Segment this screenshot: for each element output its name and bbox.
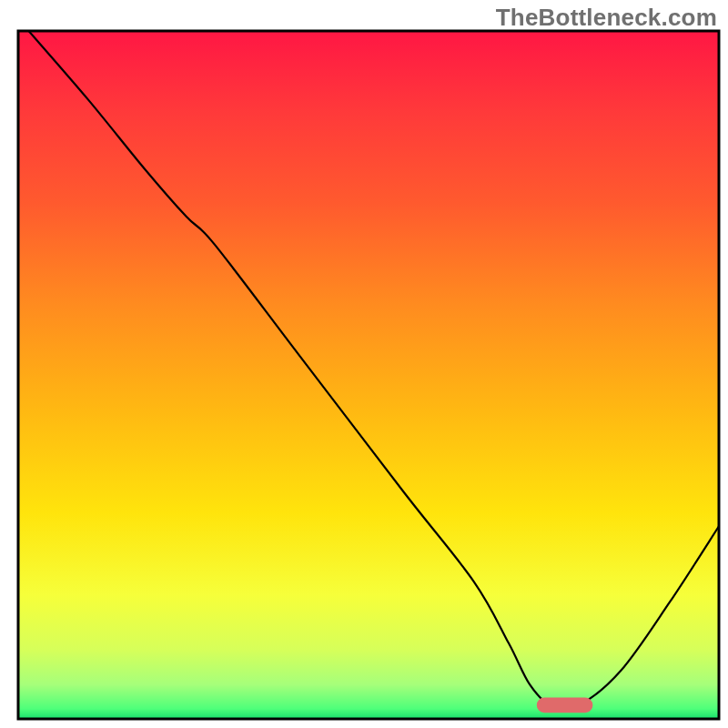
watermark-label: TheBottleneck.com bbox=[496, 4, 717, 32]
gradient-background bbox=[18, 31, 719, 719]
plot-area bbox=[18, 31, 719, 719]
bottleneck-chart bbox=[0, 0, 728, 728]
optimal-marker bbox=[537, 698, 593, 713]
chart-frame: TheBottleneck.com bbox=[0, 0, 728, 728]
